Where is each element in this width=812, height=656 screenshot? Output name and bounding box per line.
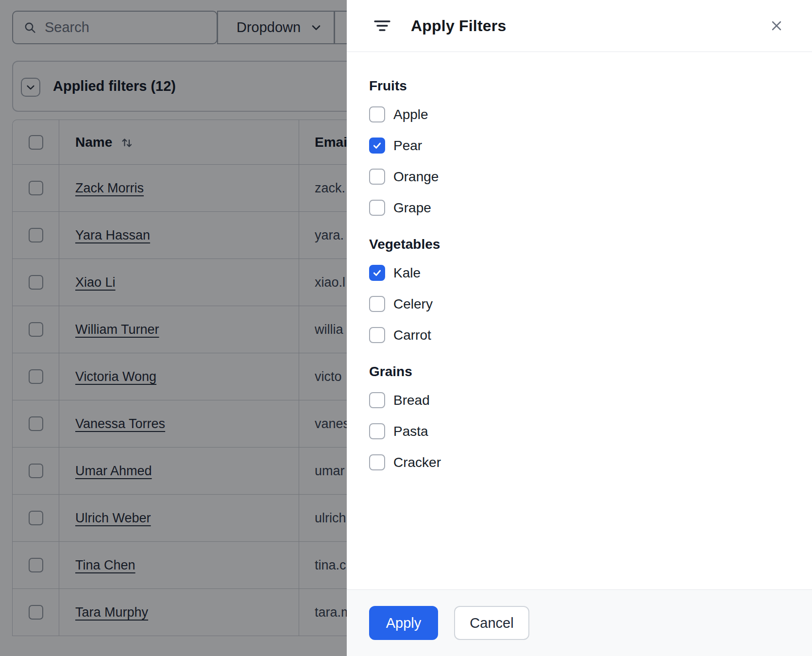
filter-option: Pear [369, 138, 785, 154]
option-label[interactable]: Carrot [393, 328, 431, 343]
checkbox[interactable] [369, 392, 385, 408]
filter-option: Celery [369, 296, 785, 312]
option-label[interactable]: Pasta [393, 424, 428, 439]
option-label[interactable]: Grape [393, 200, 431, 216]
close-icon [769, 18, 784, 33]
section-heading: Vegetables [369, 236, 785, 253]
option-label[interactable]: Celery [393, 296, 433, 312]
filter-section-fruits: Fruits Apple Pear Orange [369, 77, 785, 216]
cancel-button[interactable]: Cancel [454, 606, 529, 640]
filter-option: Orange [369, 169, 785, 185]
drawer-header: Apply Filters [347, 0, 812, 52]
filter-option: Carrot [369, 327, 785, 343]
drawer-title: Apply Filters [411, 17, 506, 35]
filter-option: Kale [369, 265, 785, 281]
option-label[interactable]: Apple [393, 107, 428, 122]
option-label[interactable]: Cracker [393, 455, 441, 470]
checkmark-icon [372, 268, 382, 278]
option-label[interactable]: Kale [393, 265, 421, 281]
checkbox[interactable] [369, 327, 385, 343]
filter-drawer: Apply Filters Fruits Apple Pear [347, 0, 812, 656]
filter-lines-icon [374, 17, 390, 34]
filter-option: Apple [369, 106, 785, 122]
checkbox[interactable] [369, 423, 385, 439]
checkbox[interactable] [369, 265, 385, 281]
checkbox[interactable] [369, 106, 385, 122]
apply-button[interactable]: Apply [369, 606, 438, 640]
filter-section-vegetables: Vegetables Kale Celery Carrot [369, 236, 785, 343]
section-heading: Grains [369, 363, 785, 380]
checkbox[interactable] [369, 200, 385, 216]
option-label[interactable]: Bread [393, 393, 430, 408]
section-heading: Fruits [369, 77, 785, 95]
filter-option: Bread [369, 392, 785, 408]
filter-section-grains: Grains Bread Pasta Cracker [369, 363, 785, 470]
option-label[interactable]: Orange [393, 169, 439, 185]
checkbox[interactable] [369, 296, 385, 312]
drawer-body: Fruits Apple Pear Orange [347, 52, 812, 470]
filter-option: Grape [369, 200, 785, 216]
filter-option: Cracker [369, 454, 785, 470]
filter-option: Pasta [369, 423, 785, 439]
checkbox[interactable] [369, 169, 385, 185]
close-button[interactable] [768, 17, 785, 34]
drawer-footer: Apply Cancel [347, 589, 812, 656]
checkbox[interactable] [369, 138, 385, 154]
checkbox[interactable] [369, 454, 385, 470]
option-label[interactable]: Pear [393, 138, 422, 154]
checkmark-icon [372, 140, 382, 151]
